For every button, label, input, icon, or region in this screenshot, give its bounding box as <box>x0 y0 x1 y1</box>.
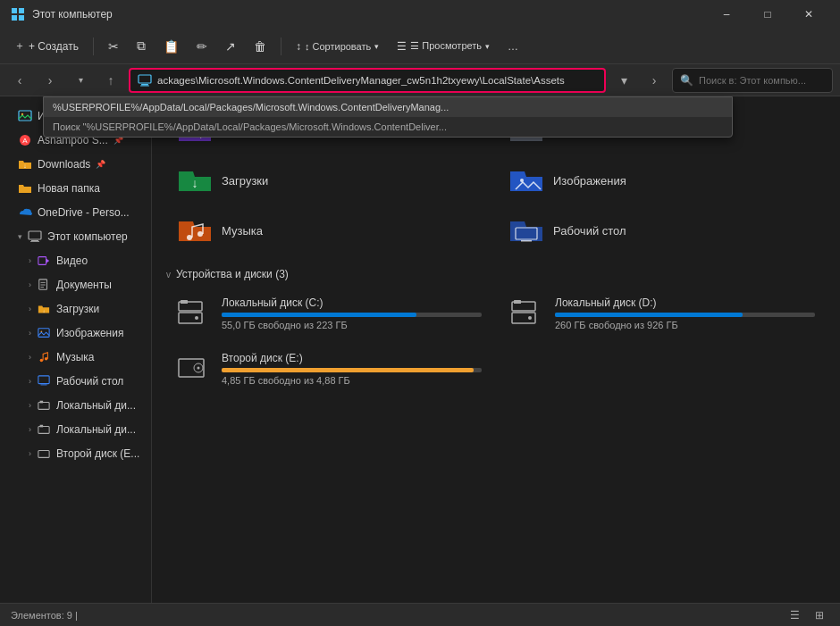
autocomplete-item-1[interactable]: %USERPROFILE%/AppData/Local/Packages/Mic… <box>44 97 732 117</box>
sort-icon: ↕ <box>296 40 301 53</box>
back-button[interactable]: ‹ <box>7 68 32 93</box>
svg-rect-31 <box>40 425 44 428</box>
expand-icon-docs: › <box>29 280 31 289</box>
search-box[interactable]: 🔍 <box>672 68 833 93</box>
delete-icon: 🗑 <box>254 39 266 54</box>
drive-d-info: Локальный диск (D:) 260 ГБ свободно из 9… <box>555 296 815 330</box>
address-dropdown-button[interactable]: ▾ <box>611 68 636 93</box>
svg-rect-1 <box>19 8 24 13</box>
drive-d-bar-fill <box>555 313 743 317</box>
sidebar-item-images[interactable]: › Изображения <box>4 321 147 345</box>
svg-rect-4 <box>139 75 151 83</box>
drive-item-e[interactable]: Второй диск (E:) 4,85 ГБ свободно из 4,8… <box>166 345 492 393</box>
svg-rect-44 <box>181 300 188 304</box>
svg-rect-12 <box>29 231 41 239</box>
list-view-button[interactable]: ☰ <box>785 605 804 625</box>
folder-desktop-icon <box>508 214 544 246</box>
close-button[interactable]: ✕ <box>788 0 829 29</box>
rename-button[interactable]: ✏ <box>189 36 214 57</box>
sidebar-item-video[interactable]: › Видео <box>4 249 147 272</box>
expand-icon-drive-e: › <box>29 449 31 458</box>
grid-view-button[interactable]: ⊞ <box>810 605 829 625</box>
maximize-button[interactable]: □ <box>747 0 788 29</box>
expand-icon-this-pc: ▾ <box>18 232 22 241</box>
view-button[interactable]: ☰ ☰ Просмотреть ▾ <box>390 37 497 56</box>
drive-e-icon-wrap <box>177 352 213 384</box>
folder-item-desktop[interactable]: Рабочий стол <box>498 207 826 254</box>
more-icon: … <box>508 40 518 53</box>
sidebar-item-desktop[interactable]: › Рабочий стол <box>4 370 147 393</box>
forward-button[interactable]: › <box>38 68 63 93</box>
sidebar-item-drive-e[interactable]: › Второй диск (E... <box>4 442 147 465</box>
copy-button[interactable]: ⧉ <box>130 35 153 57</box>
desktop-sidebar-icon <box>37 374 51 388</box>
drive-d-label: Локальный диск (D:) <box>555 296 815 309</box>
folder-desktop-label: Рабочий стол <box>553 224 626 238</box>
main-layout: Изображен... 📌 A Ashampoo S... 📌 ↓ Downl… <box>0 96 840 603</box>
sidebar-label-music: Музыка <box>56 351 94 363</box>
folder-downloads-label: Загрузки <box>222 174 268 188</box>
cut-button[interactable]: ✂ <box>101 36 126 57</box>
address-text: ackages\Microsoft.Windows.ContentDeliver… <box>157 75 565 86</box>
image-icon <box>18 109 32 123</box>
devices-title: Устройства и диски (3) <box>176 268 289 280</box>
drive-e-big-icon <box>177 352 213 384</box>
svg-rect-27 <box>41 385 47 386</box>
svg-point-25 <box>45 357 48 361</box>
sidebar: Изображен... 📌 A Ashampoo S... 📌 ↓ Downl… <box>0 96 152 603</box>
drive-c-bar-bg <box>222 313 482 317</box>
sidebar-item-new-folder[interactable]: Новая папка <box>4 177 147 200</box>
computer-small-icon <box>138 73 152 88</box>
svg-rect-30 <box>38 427 49 434</box>
video-sidebar-icon <box>37 254 51 268</box>
recent-button[interactable]: ▾ <box>68 68 93 93</box>
autocomplete-item-2[interactable]: Поиск "%USERPROFILE%/AppData/Local/Packa… <box>44 117 732 137</box>
toolbar: ＋ + Создать ✂ ⧉ 📋 ✏ ↗ 🗑 ↕ ↕ Сортировать … <box>0 29 840 64</box>
window-icon <box>11 7 25 21</box>
sidebar-item-music[interactable]: › Музыка <box>4 346 147 369</box>
drive-d-icon-wrap <box>510 296 546 329</box>
svg-rect-6 <box>140 85 149 86</box>
sidebar-item-downloads-pinned[interactable]: ↓ Downloads 📌 <box>4 153 147 176</box>
folder-desktop-icon-wrap <box>508 214 544 246</box>
sidebar-item-this-pc[interactable]: ▾ Этот компьютер <box>4 225 147 248</box>
paste-button[interactable]: 📋 <box>156 36 186 57</box>
sidebar-label-downloads: Downloads <box>38 158 90 171</box>
svg-point-24 <box>40 359 44 363</box>
sidebar-item-docs[interactable]: › Документы <box>4 273 147 296</box>
search-input[interactable] <box>699 75 825 86</box>
svg-point-46 <box>195 316 198 320</box>
folder-item-downloads[interactable]: ↓ Загрузки <box>166 157 494 204</box>
address-box[interactable]: ackages\Microsoft.Windows.ContentDeliver… <box>129 68 606 93</box>
sidebar-label-this-pc: Этот компьютер <box>47 230 128 243</box>
sidebar-item-drive-c[interactable]: › Локальный ди... <box>4 394 147 417</box>
sidebar-label-images2: Изображения <box>56 327 123 339</box>
sidebar-item-drive-d[interactable]: › Локальный ди... <box>4 418 147 441</box>
up-button[interactable]: ↑ <box>98 68 123 93</box>
folder-downloads-icon-wrap: ↓ <box>177 164 213 196</box>
share-button[interactable]: ↗ <box>218 36 243 57</box>
drive-c-big-icon <box>177 296 213 329</box>
autocomplete-dropdown: %USERPROFILE%/AppData/Local/Packages/Mic… <box>43 96 733 138</box>
sidebar-item-onedrive[interactable]: OneDrive - Perso... <box>4 201 147 224</box>
sidebar-item-downloads[interactable]: › ↓ Загрузки <box>4 297 147 321</box>
svg-point-40 <box>197 231 203 237</box>
toolbar-separator-1 <box>93 38 94 55</box>
svg-point-39 <box>187 235 192 240</box>
go-button[interactable]: › <box>642 68 667 93</box>
delete-button[interactable]: 🗑 <box>247 36 273 57</box>
svg-point-53 <box>197 367 200 370</box>
sort-button[interactable]: ↕ ↕ Сортировать ▾ <box>289 37 386 56</box>
folder-item-images[interactable]: Изображения <box>498 157 826 204</box>
drive-item-c[interactable]: Локальный диск (C:) 55,0 ГБ свободно из … <box>166 289 492 338</box>
sidebar-label-downloads2: Загрузки <box>56 303 99 315</box>
drive-c-bar-fill <box>222 313 416 317</box>
folder-item-music[interactable]: Музыка <box>166 207 494 254</box>
folder-music-label: Музыка <box>222 224 263 238</box>
create-button[interactable]: ＋ + Создать <box>7 35 86 57</box>
drive-item-d[interactable]: Локальный диск (D:) 260 ГБ свободно из 9… <box>500 289 826 338</box>
create-icon: ＋ <box>14 38 25 54</box>
devices-chevron-icon: v <box>166 270 171 280</box>
minimize-button[interactable]: – <box>706 0 747 29</box>
more-button[interactable]: … <box>500 37 525 56</box>
